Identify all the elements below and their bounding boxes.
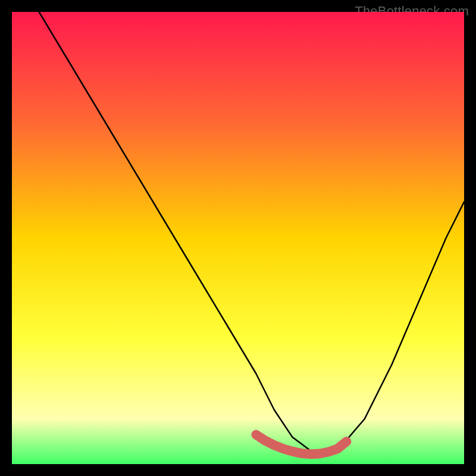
chart-stage: TheBottleneck.com [0,0,476,476]
bottleneck-chart [12,12,464,464]
